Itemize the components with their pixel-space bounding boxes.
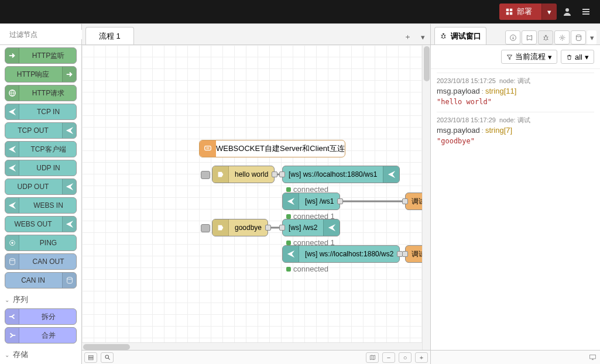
palette-node[interactable]: CAN OUT [5, 253, 77, 270]
bug-icon [440, 32, 447, 40]
chevron-down-icon: ▾ [585, 53, 589, 61]
can-icon [5, 254, 19, 269]
node-port-out[interactable] [265, 225, 271, 231]
sidebar-tab-menu[interactable]: ▾ [587, 30, 596, 44]
palette-node[interactable]: HTTP监听 [5, 47, 77, 64]
palette-category-storage[interactable]: ⌄ 存储 [5, 346, 77, 363]
flow-node-websocket-out[interactable]: [ws] ws://localhost:1880/ws1 connected [282, 166, 400, 183]
flow-node-websocket-in[interactable]: [ws] ws://localhost:1880/ws2 connected [282, 245, 400, 263]
canvas-scrollbar-horizontal[interactable] [82, 342, 422, 350]
workspace-footer: ▤ − ○ + [82, 350, 430, 364]
flow-node-inject[interactable]: hello world [212, 166, 275, 183]
filter-icon [506, 54, 513, 60]
flow-node-inject[interactable]: goodbye [212, 219, 268, 236]
palette-node-label: WEBS IN [20, 201, 76, 210]
node-label: hello world [229, 170, 274, 178]
zoom-out-button[interactable]: − [382, 352, 395, 363]
flow-tab-menu[interactable]: ▾ [415, 29, 430, 44]
node-port-in[interactable] [279, 171, 285, 177]
deploy-button[interactable]: 部署 ▾ [499, 4, 557, 20]
palette-node[interactable]: UDP IN [5, 160, 77, 176]
flow-canvas[interactable]: WEBSOCKET自建Server和Client互连 hello world [… [82, 45, 430, 350]
send-icon [62, 217, 76, 232]
database-icon [575, 34, 582, 42]
arrow-out-icon [62, 67, 76, 82]
palette-node-label: CAN OUT [20, 257, 76, 266]
deploy-icon [505, 8, 513, 16]
node-label: goodbye [229, 224, 268, 232]
palette-search-input[interactable] [8, 30, 89, 39]
palette-list[interactable]: HTTP监听HTTP响应HTTP请求TCP INTCP OUTTCP客户端UDP… [0, 45, 81, 364]
node-port-in[interactable] [402, 198, 408, 204]
debug-clear-button[interactable]: all ▾ [561, 50, 594, 64]
flow-node-websocket-in[interactable]: [ws] /ws1 connected 1 [282, 193, 340, 210]
debug-filter-button[interactable]: 当前流程 ▾ [501, 50, 557, 64]
deploy-label: 部署 [517, 6, 532, 17]
node-status: connected [286, 265, 328, 273]
deploy-dropdown[interactable]: ▾ [541, 4, 557, 20]
inject-button[interactable] [201, 224, 210, 232]
zoom-in-button[interactable]: + [415, 352, 428, 363]
send-icon [5, 104, 19, 119]
monitor-icon [589, 353, 596, 361]
palette-node[interactable]: UDP OUT [5, 178, 77, 195]
debug-clear-label: all [575, 53, 582, 61]
nav-toggle-button[interactable]: ▤ [84, 352, 97, 363]
sidebar-tab-help[interactable] [522, 30, 537, 44]
sidebar-title: 调试窗口 [451, 31, 481, 42]
palette-node-label: HTTP请求 [20, 88, 76, 98]
flow-node-comment[interactable]: WEBSOCKET自建Server和Client互连 [199, 140, 345, 157]
palette-category-sequence[interactable]: ⌄ 序列 [5, 291, 77, 308]
palette-node[interactable]: TCP IN [5, 104, 77, 120]
inject-icon [217, 170, 225, 178]
debug-message[interactable]: 2023/10/18 15:17:29 node: 调试msg.payload … [437, 112, 594, 151]
palette-node[interactable]: WEBS IN [5, 197, 77, 214]
zoom-reset-button[interactable]: ○ [399, 352, 412, 363]
nav-search-button[interactable] [101, 352, 114, 363]
sidebar-tab-info[interactable] [505, 30, 520, 44]
palette-node[interactable]: HTTP请求 [5, 85, 77, 101]
palette-node-label: TCP IN [20, 108, 76, 116]
debug-filter-label: 当前流程 [515, 51, 546, 62]
palette-node-label: UDP IN [20, 164, 76, 172]
node-port-in[interactable] [402, 251, 408, 257]
palette-node[interactable]: PING [5, 235, 77, 251]
hamburger-menu[interactable] [581, 7, 594, 16]
app-header: 部署 ▾ [0, 0, 600, 23]
debug-message-list[interactable]: 2023/10/18 15:17:25 node: 调试msg.payload … [431, 69, 600, 350]
palette-node[interactable]: HTTP响应 [5, 66, 77, 83]
palette-category-label: 序列 [13, 294, 28, 305]
book-icon [526, 34, 533, 42]
node-port-in[interactable] [279, 225, 285, 231]
send-icon [5, 198, 19, 213]
flow-node-websocket-out[interactable]: [ws] /ws2 connected 1 [282, 219, 340, 236]
sidebar-tab-context[interactable] [571, 30, 586, 44]
flow-tab[interactable]: 流程 1 [85, 27, 134, 44]
sidebar-tab-debug-btn[interactable] [538, 30, 553, 44]
view-navigator-button[interactable] [366, 352, 379, 363]
inject-icon [217, 224, 225, 232]
debug-msg-payload: "goodbye" [437, 137, 594, 145]
user-menu[interactable] [563, 7, 575, 16]
palette-node[interactable]: TCP客户端 [5, 141, 77, 157]
node-port-out[interactable] [337, 198, 343, 204]
node-port-out[interactable] [272, 171, 277, 177]
add-flow-button[interactable]: ＋ [400, 29, 415, 44]
info-icon [509, 34, 517, 42]
inject-button[interactable] [201, 171, 210, 179]
bug-icon [542, 34, 550, 42]
palette-node[interactable]: 拆分 [5, 308, 77, 325]
comment-icon [204, 145, 212, 153]
sidebar-tabs: 调试窗口 ▾ [431, 24, 600, 45]
split-icon [5, 309, 19, 324]
palette-node[interactable]: TCP OUT [5, 122, 77, 139]
palette-node[interactable]: CAN IN [5, 272, 77, 289]
sidebar-tab-debug[interactable]: 调试窗口 [434, 27, 486, 44]
node-label: [ws] ws://localhost:1880/ws1 [283, 170, 383, 178]
palette-node-label: CAN IN [5, 276, 61, 284]
palette-node[interactable]: WEBS OUT [5, 216, 77, 232]
canvas-scrollbar-vertical[interactable] [422, 45, 430, 350]
sidebar-tab-config[interactable] [554, 30, 570, 44]
debug-message[interactable]: 2023/10/18 15:17:25 node: 调试msg.payload … [437, 73, 594, 112]
palette-node[interactable]: 合并 [5, 327, 77, 344]
